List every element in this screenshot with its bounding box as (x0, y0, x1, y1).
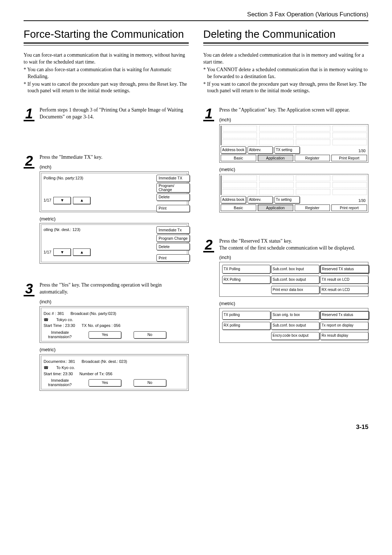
print-button-m[interactable]: Print (156, 254, 190, 262)
page-number: 3-15 (24, 424, 368, 431)
page-down-button[interactable]: ▼ (53, 197, 71, 204)
left-title: Force-Starting the Communication (24, 28, 189, 40)
page-down-button-m[interactable]: ▼ (53, 248, 71, 256)
reserved-tx-status-button[interactable]: Reserved TX status (320, 265, 369, 274)
right-title: Deleting the Communication (203, 28, 368, 40)
inch-label: (inch) (40, 164, 189, 170)
left-step3-text: Press the "Yes" key. The corresponding o… (40, 282, 189, 296)
scan-orig-button-m[interactable]: Scan orig. to box (271, 311, 319, 320)
subconf-input-button[interactable]: Sub.conf. box Input (271, 265, 319, 274)
right-step2a: Press the "Reserved TX status" key. (219, 238, 368, 245)
start-time-m: Start time: 23:30 (44, 371, 73, 377)
page-up-button[interactable]: ▲ (73, 197, 90, 204)
tab-application-m[interactable]: Application (258, 204, 293, 211)
left-column: Force-Starting the Communication You can… (24, 28, 189, 394)
abbrev-button[interactable]: Abbrev. (248, 146, 273, 154)
reserved-tx-status-button-m[interactable]: Reserved Tx status (320, 311, 369, 320)
tab-basic[interactable]: Basic (221, 155, 256, 161)
step3-panel-metric: Documentnr.: 381Broadcast (Nr. dest.: 02… (40, 354, 189, 391)
no-button[interactable]: No (134, 331, 166, 339)
tab-print-report[interactable]: Print Report (331, 155, 367, 161)
print-button[interactable]: Print (156, 205, 190, 212)
yes-button-m[interactable]: Yes (89, 379, 121, 386)
immediate-q-m: Immediate transmission? (44, 378, 76, 387)
tx-pages: TX No. of pages : 056 (82, 323, 121, 328)
print-encr-button[interactable]: Print encr data box (271, 286, 319, 294)
broadcast: Broadcast (No. party:023) (70, 311, 116, 316)
reserved-panel-inch: TX Polling Sub.conf. box Input Reserved … (219, 262, 368, 297)
step-number-1-r: 1 (203, 107, 214, 121)
right-intro-block: You can delete a scheduled communication… (203, 52, 368, 94)
step2-panel-metric: olling (Nr. dest.: 123) Immediate Tx Pro… (40, 223, 189, 264)
program-change-button-m[interactable]: Program Change (156, 235, 190, 242)
right-bullet-1: * You CANNOT delete a scheduled communic… (203, 66, 368, 80)
program-change-button[interactable]: Program/ Change (156, 183, 190, 193)
left-step2-text: Press the "Immediate TX" key. (40, 154, 189, 161)
pager-text-m: 1/17 (44, 250, 51, 255)
tx-report-display-button-m[interactable]: Tx report on display (320, 322, 368, 330)
metric-label-3: (metric) (40, 347, 189, 353)
right-column: Deleting the Communication You can delet… (203, 28, 368, 394)
dest-m: To Kyo co. (56, 365, 75, 370)
app-page-m: 1/30 (359, 198, 367, 203)
dest: Tokyo co. (56, 317, 73, 323)
left-intro: You can force-start a communication that… (24, 52, 189, 66)
tx-polling-button[interactable]: TX Polling (222, 265, 270, 274)
rx-polling-button[interactable]: RX Polling (222, 276, 270, 284)
rx-result-display-button-m[interactable]: Rx result display (320, 332, 368, 340)
step-number-2: 2 (24, 154, 34, 169)
immediate-tx-button[interactable]: Immediate TX (156, 175, 190, 182)
section-header: Section 3 Fax Operation (Various Functio… (24, 11, 368, 21)
tx-polling-button-m[interactable]: TX polling (222, 311, 270, 320)
broadcast-m: Broadcast (Nr. dest.: 023) (82, 359, 127, 364)
subconf-output-button-m[interactable]: Sub.conf. box output (271, 322, 319, 330)
inch-label-r2: (inch) (219, 254, 368, 261)
doc-num: Doc # : 381 (44, 311, 64, 316)
tab-basic-m[interactable]: Basic (221, 204, 256, 211)
left-intro-block: You can force-start a communication that… (24, 52, 189, 94)
rx-polling-button-m[interactable]: RX polling (222, 322, 270, 330)
delete-button-m[interactable]: Delete (156, 243, 190, 250)
metric-label: (metric) (40, 216, 189, 222)
no-button-m[interactable]: No (134, 379, 166, 386)
left-bullet-1: * You can also force-start a communicati… (24, 66, 189, 80)
tx-setting-button[interactable]: TX setting (274, 146, 300, 154)
right-bullet-2: * If you want to cancel the procedure pa… (203, 81, 368, 95)
app-panel-metric: Address book Abbrev. Tx setting 1/30 Bas… (219, 174, 368, 212)
tab-register-m[interactable]: Register (295, 204, 330, 211)
encry-code-button-m[interactable]: Encry.code box output (271, 332, 319, 340)
step3-panel-inch: Doc # : 381Broadcast (No. party:023) Tok… (40, 306, 189, 343)
app-panel-inch: Address book Abbrev. TX setting 1/30 Bas… (219, 124, 368, 163)
tab-register[interactable]: Register (295, 155, 330, 161)
start-time: Start Time : 23:30 (44, 323, 75, 328)
left-bullet-2: * If you want to cancel the procedure pa… (24, 81, 189, 95)
yes-button[interactable]: Yes (89, 331, 121, 339)
address-book-button[interactable]: Address book (221, 146, 246, 154)
immediate-tx-button-m[interactable]: Immediate Tx (156, 226, 190, 234)
subconf-output-button[interactable]: Sub.conf. box output (271, 276, 319, 284)
inch-label-3: (inch) (40, 299, 189, 305)
right-intro: You can delete a scheduled communication… (203, 52, 368, 66)
address-book-button-m[interactable]: Address book (221, 196, 246, 203)
delete-button[interactable]: Delete (156, 194, 190, 201)
right-step1-text: Press the "Application" key. The Applica… (219, 107, 368, 114)
phone-icon (44, 317, 50, 323)
tx-setting-button-m[interactable]: Tx setting (274, 196, 300, 203)
tab-print-report-m[interactable]: Print report (331, 204, 367, 211)
rx-result-lcd-button[interactable]: RX result on LCD (320, 286, 368, 294)
tx-pages-m: Number of Tx: 056 (79, 371, 113, 377)
step2-panel-inch: Polling (No. party:123) Immediate TX Pro… (40, 171, 189, 212)
immediate-q: Immediate transmission? (44, 331, 76, 339)
page-up-button-m[interactable]: ▲ (73, 248, 90, 256)
step-number-3: 3 (24, 282, 34, 296)
left-step1-text: Perform steps 1 through 3 of "Printing O… (40, 107, 189, 121)
doc-num-m: Documentnr.: 381 (44, 359, 75, 364)
reserved-panel-metric: TX polling Scan orig. to box Reserved Tx… (219, 308, 368, 343)
inch-label-r1: (inch) (219, 117, 368, 123)
step-number-1: 1 (24, 107, 34, 121)
abbrev-button-m[interactable]: Abbrev. (248, 196, 273, 203)
step-number-2-r: 2 (203, 238, 214, 252)
phone-icon-m (44, 365, 50, 370)
tab-application[interactable]: Application (258, 155, 293, 161)
tx-result-lcd-button[interactable]: TX result on LCD (320, 276, 368, 284)
